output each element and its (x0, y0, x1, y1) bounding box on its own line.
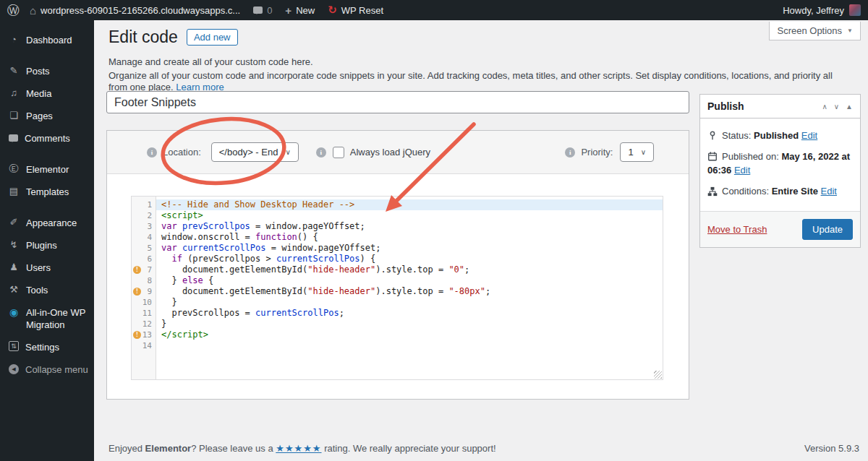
site-name-menu[interactable]: ⌂ wordpress-609015-2165266.cloudwaysapps… (30, 4, 240, 17)
chevron-down-icon: ▼ (847, 27, 853, 34)
screen-options-button[interactable]: Screen Options ▼ (769, 22, 861, 40)
code-line[interactable]: 2<script> (132, 210, 663, 221)
code-line[interactable]: !7 document.getElementById("hide-header"… (132, 264, 663, 275)
line-number: 10 (142, 298, 152, 307)
jquery-label: Always load jQuery (350, 147, 430, 158)
sidebar-item-label: Posts (26, 65, 50, 77)
edit-published-link[interactable]: Edit (734, 165, 750, 176)
editor-resize-handle[interactable] (654, 371, 662, 379)
admin-footer: Enjoyed Elementor? Please leave us a ★★★… (109, 443, 859, 454)
code-text: <script> (156, 210, 663, 221)
sidebar-item-tools[interactable]: ⚒Tools (0, 279, 94, 301)
line-gutter: 8 (132, 275, 156, 286)
code-line[interactable]: 5var currentScrollPos = window.pageYOffs… (132, 243, 663, 254)
line-number: 5 (147, 244, 152, 253)
sidebar-item-templates[interactable]: ▤Templates (0, 181, 94, 203)
warning-icon: ! (133, 266, 141, 274)
code-line[interactable]: !9 document.getElementById("hide-header"… (132, 286, 663, 297)
chevron-down-icon: ∨ (285, 148, 290, 156)
code-text: var currentScrollPos = window.pageYOffse… (156, 243, 663, 254)
line-gutter: 4 (132, 232, 156, 243)
code-line[interactable]: 11 prevScrollpos = currentScrollPos; (132, 308, 663, 319)
sidebar-item-posts[interactable]: ✎Posts (0, 60, 94, 82)
location-value: </body> - End (219, 147, 278, 158)
wordpress-logo-icon[interactable]: Ⓦ (7, 2, 20, 19)
move-to-trash-link[interactable]: Move to Trash (707, 224, 767, 235)
code-line[interactable]: 12} (132, 319, 663, 329)
location-select[interactable]: </body> - End ∨ (211, 142, 299, 162)
warning-icon: ! (133, 331, 141, 339)
page-title: Edit code (109, 27, 178, 47)
code-line[interactable]: 1<!-- Hide and Show Desktop Header --> (132, 199, 663, 210)
templates-icon: ▤ (8, 186, 20, 197)
calendar-icon (707, 151, 718, 162)
screen-options-label: Screen Options (777, 25, 842, 36)
sidebar-item-elementor[interactable]: ⒺElementor (0, 158, 94, 181)
sidebar-item-users[interactable]: ♟Users (0, 257, 94, 279)
sidebar-item-plugins[interactable]: ↯Plugins (0, 234, 94, 257)
wp-reset-menu[interactable]: ↻ WP Reset (328, 4, 383, 17)
priority-info-icon[interactable]: i (565, 147, 575, 158)
sidebar-item-label: Pages (26, 110, 53, 122)
code-line[interactable]: 3var prevScrollpos = window.pageYOffset; (132, 221, 663, 232)
code-line[interactable]: 4window.onscroll = function() { (132, 232, 663, 243)
conditions-row: Conditions: Entire Site Edit (707, 184, 853, 198)
sidebar-item-label: Appearance (26, 217, 77, 229)
line-gutter: 12 (132, 319, 156, 329)
account-menu[interactable]: Howdy, Jeffrey (783, 4, 861, 16)
new-content-menu[interactable]: + New (285, 4, 315, 17)
line-gutter: !7 (132, 264, 156, 275)
rating-stars-link[interactable]: ★★★★★ (276, 443, 321, 454)
line-gutter: 14 (132, 340, 156, 351)
code-line[interactable]: 10 } (132, 297, 663, 308)
sidebar-menu: ◔Dashboard✎Posts♫Media❏PagesCommentsⒺEle… (0, 29, 94, 381)
code-editor[interactable]: 1<!-- Hide and Show Desktop Header -->2<… (131, 196, 663, 380)
sidebar-item-dashboard[interactable]: ◔Dashboard (0, 29, 94, 51)
comments-count: 0 (267, 5, 272, 16)
publishing-actions: Move to Trash Update (700, 211, 860, 247)
tools-icon: ⚒ (8, 284, 20, 296)
update-button[interactable]: Update (802, 219, 853, 240)
footer-rating-text: Enjoyed Elementor? Please leave us a ★★★… (109, 443, 496, 454)
page-header: Edit code Add new (109, 27, 238, 47)
status-row: Status: Published Edit (707, 129, 853, 142)
sidebar-item-pages[interactable]: ❏Pages (0, 105, 94, 127)
sidebar-item-comments[interactable]: Comments (0, 127, 94, 150)
media-icon: ♫ (8, 87, 20, 99)
comments-menu[interactable]: 0 (253, 5, 272, 16)
toggle-panel-icon[interactable]: ▲ (846, 103, 853, 111)
pages-icon: ❏ (8, 110, 20, 121)
line-number: 12 (142, 319, 152, 329)
elementor-icon: Ⓔ (8, 163, 20, 175)
description-line-2: Organize all of your custom code and inc… (109, 70, 846, 93)
code-line[interactable]: !13</script> (132, 329, 663, 340)
location-info-icon[interactable]: i (147, 147, 157, 158)
sidebar-item-media[interactable]: ♫Media (0, 82, 94, 105)
snippet-title-input[interactable] (106, 91, 689, 113)
chevron-down-icon: ∨ (641, 148, 646, 156)
users-icon: ♟ (8, 262, 20, 273)
add-new-button[interactable]: Add new (187, 29, 238, 46)
pin-icon (707, 130, 718, 141)
sidebar-item-settings[interactable]: ⇅Settings (0, 336, 94, 358)
edit-status-link[interactable]: Edit (801, 130, 817, 141)
priority-value: 1 (628, 147, 633, 158)
code-line[interactable]: 8 } else { (132, 275, 663, 286)
code-line[interactable]: 6 if (prevScrollpos > currentScrollPos) … (132, 254, 663, 264)
code-text: } (156, 297, 663, 308)
admin-sidebar: ◔Dashboard✎Posts♫Media❏PagesCommentsⒺEle… (0, 20, 94, 461)
priority-select[interactable]: 1 ∨ (620, 142, 654, 162)
line-gutter: 11 (132, 308, 156, 319)
location-toolbar: i Location: </body> - End ∨ i Always loa… (107, 131, 689, 174)
publish-header[interactable]: Publish ∧ ∨ ▲ (700, 95, 860, 119)
move-down-icon[interactable]: ∨ (834, 103, 839, 111)
sidebar-item-collapse-menu[interactable]: ◀Collapse menu (0, 358, 94, 381)
sidebar-item-all-in-one-wp-migration[interactable]: ◉All-in-One WP Migration (0, 301, 94, 336)
jquery-checkbox[interactable] (333, 147, 344, 158)
plugins-icon: ↯ (8, 239, 20, 251)
jquery-info-icon[interactable]: i (316, 147, 326, 158)
move-up-icon[interactable]: ∧ (822, 103, 827, 111)
edit-conditions-link[interactable]: Edit (821, 186, 837, 197)
code-line[interactable]: 14 (132, 340, 663, 351)
sidebar-item-appearance[interactable]: ✐Appearance (0, 212, 94, 234)
